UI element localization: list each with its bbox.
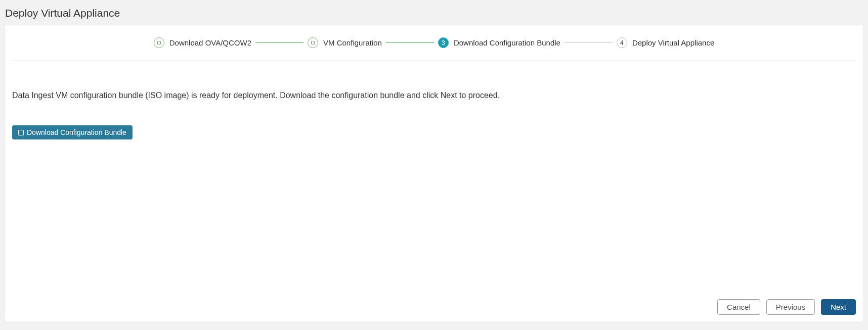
wizard-body: Data Ingest VM configuration bundle (ISO… bbox=[5, 61, 863, 147]
step-3-circle: 3 bbox=[438, 37, 449, 48]
step-4-label: Deploy Virtual Appliance bbox=[632, 38, 714, 47]
step-1-label: Download OVA/QCOW2 bbox=[169, 38, 251, 47]
step-1: Download OVA/QCOW2 bbox=[154, 37, 251, 48]
instruction-text: Data Ingest VM configuration bundle (ISO… bbox=[12, 91, 856, 100]
step-2-label: VM Configuration bbox=[323, 38, 382, 47]
wizard-footer: Cancel Previous Next bbox=[717, 299, 856, 315]
check-icon bbox=[157, 41, 161, 44]
cancel-button[interactable]: Cancel bbox=[717, 299, 760, 315]
step-2: VM Configuration bbox=[308, 37, 382, 48]
step-3: 3 Download Configuration Bundle bbox=[438, 37, 560, 48]
wizard-card: Download OVA/QCOW2 VM Configuration 3 Do… bbox=[5, 25, 863, 322]
next-button[interactable]: Next bbox=[821, 299, 856, 315]
step-connector-2 bbox=[386, 42, 434, 43]
step-4-circle: 4 bbox=[617, 37, 627, 48]
step-connector-3 bbox=[565, 42, 613, 43]
download-button-label: Download Configuration Bundle bbox=[27, 128, 126, 136]
step-connector-1 bbox=[255, 42, 303, 43]
step-1-circle bbox=[154, 37, 164, 48]
step-2-circle bbox=[308, 37, 318, 48]
check-icon bbox=[311, 41, 315, 44]
stepper: Download OVA/QCOW2 VM Configuration 3 Do… bbox=[12, 25, 856, 61]
step-3-label: Download Configuration Bundle bbox=[454, 38, 560, 47]
step-4: 4 Deploy Virtual Appliance bbox=[617, 37, 714, 48]
download-configuration-bundle-button[interactable]: Download Configuration Bundle bbox=[12, 125, 133, 139]
previous-button[interactable]: Previous bbox=[766, 299, 815, 315]
page-title: Deploy Virtual Appliance bbox=[0, 0, 868, 25]
download-icon bbox=[18, 130, 24, 135]
